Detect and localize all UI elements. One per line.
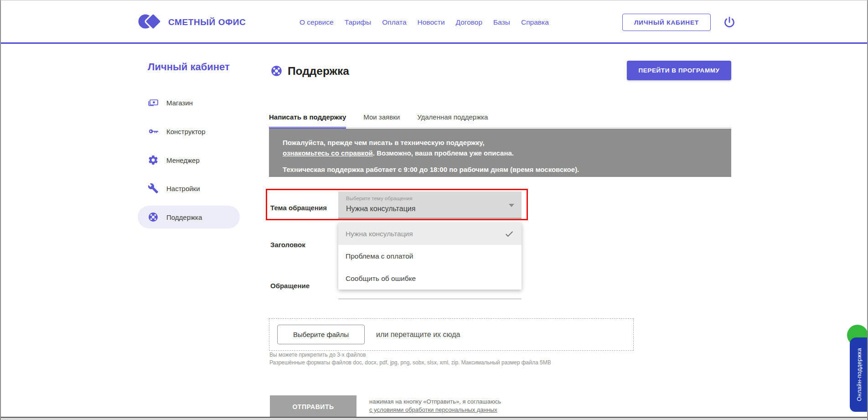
sidebar-item-label: Конструктор [166, 128, 206, 135]
drop-hint-text: или перетащите их сюда [376, 331, 460, 339]
tab-my-tickets[interactable]: Мои заявки [363, 113, 400, 129]
online-support-label: Онлайн-поддержка [856, 348, 863, 401]
online-support-widget[interactable]: Онлайн-поддержка [850, 337, 868, 412]
page-title: Поддержка [288, 65, 349, 78]
logo-icon [138, 10, 162, 35]
gear-icon [148, 155, 159, 166]
sidebar-item-shop[interactable]: Магазин [138, 91, 240, 114]
sidebar-item-label: Менеджер [166, 156, 200, 164]
help-reference-link[interactable]: ознакомьтесь со справкой [283, 149, 373, 157]
chevron-down-icon [509, 204, 514, 207]
upload-note-1: Вы можете прикрепить до 3-х файлов [269, 352, 366, 358]
topic-select[interactable]: Выберите тему обращения Нужна консультац… [338, 192, 522, 218]
nav-about[interactable]: О сервисе [300, 18, 334, 26]
personal-data-terms-link[interactable]: с условиями обработки персональных данны… [369, 406, 497, 413]
nav-bases[interactable]: Базы [493, 18, 510, 26]
file-drop-zone[interactable]: Выберите файлы или перетащите их сюда [269, 318, 634, 351]
choose-files-button[interactable]: Выберите файлы [277, 325, 365, 344]
nav-news[interactable]: Новости [418, 18, 445, 26]
topic-select-placeholder: Выберите тему обращения [346, 196, 412, 201]
key-icon [148, 126, 159, 137]
notice-text-2: Техническая поддержка работает с 9:00 до… [283, 164, 718, 175]
go-to-program-button[interactable]: ПЕРЕЙТИ В ПРОГРАММУ [627, 61, 731, 80]
sidebar-item-label: Магазин [166, 99, 193, 107]
sidebar-item-settings[interactable]: Настройки [138, 177, 240, 200]
nav-help[interactable]: Справка [521, 18, 549, 26]
logout-power-icon[interactable] [723, 16, 736, 29]
dropdown-option-consultation[interactable]: Нужна консультация [338, 223, 522, 245]
sidebar-title: Личный кабинет [148, 61, 230, 73]
sidebar-item-support[interactable]: Поддержка [138, 206, 240, 228]
window-bottom-edge [1, 417, 867, 420]
title-field-label: Заголовок [270, 241, 305, 249]
dropdown-option-payment-problem[interactable]: Проблема с оплатой [338, 245, 522, 267]
sidebar-item-constructor[interactable]: Конструктор [138, 120, 240, 143]
main-nav: О сервисе Тарифы Оплата Новости Договор … [300, 0, 549, 44]
personal-cabinet-button[interactable]: ЛИЧНЫЙ КАБИНЕТ [622, 14, 711, 31]
sidebar-item-label: Настройки [166, 185, 200, 192]
tabs-divider [269, 127, 731, 128]
nav-payment[interactable]: Оплата [382, 18, 406, 26]
submit-button[interactable]: ОТПРАВИТЬ [270, 395, 356, 418]
page: СМЕТНЫЙ ОФИС О сервисе Тарифы Оплата Нов… [0, 0, 868, 420]
brand-logo[interactable]: СМЕТНЫЙ ОФИС [138, 10, 246, 35]
topic-select-value: Нужна консультация [346, 205, 415, 213]
nav-contract[interactable]: Договор [456, 18, 483, 26]
wrench-icon [148, 183, 159, 194]
notice-text-1: Пожалуйста, прежде чем писать в техничес… [283, 137, 718, 158]
upload-note-2: Разрешённые форматы файлов doc, docx, pd… [269, 359, 551, 366]
topic-dropdown-menu: Нужна консультация Проблема с оплатой Со… [338, 223, 522, 290]
sidebar-item-manager[interactable]: Менеджер [138, 149, 240, 171]
support-notice: Пожалуйста, прежде чем писать в техничес… [269, 129, 731, 177]
lifebuoy-icon [148, 212, 159, 223]
support-lifebuoy-icon [270, 65, 283, 77]
agreement-text: нажимая на кнопку «Отправить», я соглаша… [369, 398, 501, 414]
nav-tariffs[interactable]: Тарифы [345, 18, 372, 26]
support-tabs: Написать в поддержку Мои заявки Удаленна… [269, 113, 488, 129]
topic-field-label: Тема обращения [270, 204, 327, 212]
check-icon [504, 229, 514, 239]
tab-write-to-support[interactable]: Написать в поддержку [269, 113, 346, 129]
top-header: СМЕТНЫЙ ОФИС О сервисе Тарифы Оплата Нов… [1, 0, 867, 44]
message-field-label: Обращение [270, 282, 310, 290]
dropdown-option-report-error[interactable]: Сообщить об ошибке [338, 267, 522, 290]
sidebar-item-label: Поддержка [166, 213, 202, 221]
banknote-icon [148, 97, 159, 108]
tab-remote-support[interactable]: Удаленная поддержка [417, 113, 488, 129]
message-input[interactable] [338, 299, 522, 299]
brand-name: СМЕТНЫЙ ОФИС [168, 17, 246, 27]
